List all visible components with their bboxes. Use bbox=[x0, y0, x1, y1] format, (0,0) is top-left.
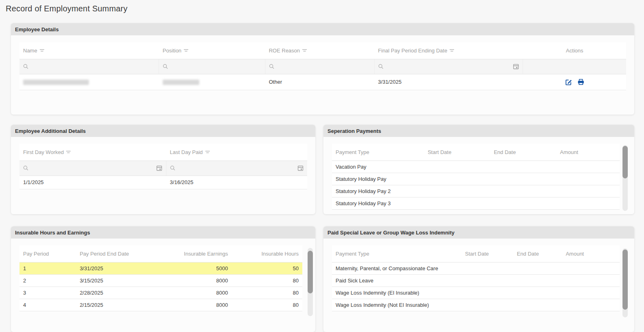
column-header-first-day-worked[interactable]: First Day Worked bbox=[19, 144, 166, 161]
last-day-paid-filter-input[interactable] bbox=[166, 161, 307, 176]
search-icon bbox=[269, 64, 275, 69]
filter-icon[interactable] bbox=[40, 48, 44, 53]
insurable-hours-panel: Insurable Hours and Earnings Pay Period … bbox=[11, 226, 315, 332]
actions-filter-cell bbox=[523, 59, 626, 74]
column-header-insurable-hours: Insurable Hours bbox=[232, 245, 302, 262]
roe-reason-cell: Other bbox=[265, 74, 374, 90]
column-header-pay-period: Pay Period bbox=[19, 245, 76, 262]
search-icon bbox=[170, 165, 176, 171]
column-header-end-date: End Date bbox=[513, 245, 562, 262]
employee-additional-details-title: Employee Additional Details bbox=[11, 125, 315, 137]
employee-additional-details-row[interactable]: 1/1/2025 3/16/2025 bbox=[19, 176, 307, 189]
employee-name-cell bbox=[19, 74, 159, 90]
employee-position-cell bbox=[159, 74, 265, 90]
separation-payments-title: Seperation Payments bbox=[323, 125, 634, 137]
separation-payments-table: Payment Type Start Date End Date Amount … bbox=[332, 144, 620, 210]
column-header-roe-reason[interactable]: ROE Reason bbox=[265, 42, 374, 59]
filter-icon[interactable] bbox=[184, 48, 188, 53]
employee-details-panel-title: Employee Details bbox=[11, 23, 634, 35]
paid-special-leave-title: Paid Special Leave or Group Wage Loss In… bbox=[323, 226, 634, 239]
name-filter-input[interactable] bbox=[19, 59, 159, 74]
scrollbar-thumb[interactable] bbox=[308, 251, 313, 293]
column-header-payment-type: Payment Type bbox=[332, 144, 424, 161]
scrollbar-thumb[interactable] bbox=[622, 250, 628, 310]
first-day-worked-filter-input[interactable] bbox=[19, 161, 166, 176]
roe-reason-filter-input[interactable] bbox=[265, 59, 374, 74]
column-header-name[interactable]: Name bbox=[19, 42, 159, 59]
column-header-insurable-earnings: Insurable Earnings bbox=[155, 245, 232, 262]
paid-special-leave-table: Payment Type Start Date End Date Amount … bbox=[332, 245, 620, 311]
vertical-scrollbar[interactable] bbox=[308, 248, 313, 316]
calendar-icon[interactable] bbox=[297, 165, 304, 171]
filter-icon[interactable] bbox=[66, 150, 71, 154]
final-pay-period-filter-input[interactable] bbox=[375, 59, 523, 74]
last-day-paid-cell: 3/16/2025 bbox=[166, 176, 307, 189]
employee-details-panel: Employee Details Name bbox=[11, 23, 634, 115]
column-header-amount: Amount bbox=[556, 144, 620, 161]
search-icon bbox=[378, 64, 384, 69]
insurable-hours-row-selected[interactable]: 1 3/31/2025 5000 50 bbox=[19, 262, 302, 274]
first-day-worked-cell: 1/1/2025 bbox=[19, 176, 166, 189]
column-header-pay-period-end-date: Pay Period End Date bbox=[76, 245, 155, 262]
paid-special-leave-row[interactable]: Maternity, Parental, or Compassionate Ca… bbox=[332, 262, 620, 274]
page-title: Record of Employment Summary bbox=[6, 4, 634, 13]
employee-details-row[interactable]: Other 3/31/2025 bbox=[19, 74, 626, 90]
calendar-icon[interactable] bbox=[513, 63, 519, 69]
redacted-position bbox=[163, 80, 199, 85]
insurable-hours-title: Insurable Hours and Earnings bbox=[11, 226, 315, 239]
column-header-actions: Actions bbox=[523, 42, 626, 59]
search-icon bbox=[23, 165, 29, 171]
employee-additional-details-panel: Employee Additional Details First Day Wo… bbox=[11, 125, 315, 214]
separation-payments-panel: Seperation Payments Payment Type Start D… bbox=[323, 125, 634, 214]
column-header-start-date: Start Date bbox=[424, 144, 490, 161]
separation-payment-row[interactable]: Vacation Pay bbox=[332, 161, 620, 173]
column-header-amount: Amount bbox=[562, 245, 620, 262]
insurable-hours-row[interactable]: 4 2/15/2025 8000 80 bbox=[19, 299, 302, 311]
insurable-hours-row[interactable]: 3 2/28/2025 8000 80 bbox=[19, 286, 302, 299]
filter-icon[interactable] bbox=[450, 48, 454, 53]
paid-special-leave-row[interactable]: Wage Loss Indemnity (EI Insurable) bbox=[332, 286, 620, 299]
separation-payment-row[interactable]: Statutory Holiday Pay bbox=[332, 173, 620, 185]
vertical-scrollbar[interactable] bbox=[622, 145, 628, 211]
filter-icon[interactable] bbox=[205, 150, 210, 154]
filter-icon[interactable] bbox=[302, 48, 307, 53]
paid-special-leave-panel: Paid Special Leave or Group Wage Loss In… bbox=[323, 226, 634, 332]
column-header-final-pay-period[interactable]: Final Pay Period Ending Date bbox=[375, 42, 523, 59]
column-header-end-date: End Date bbox=[490, 144, 556, 161]
separation-payment-row[interactable]: Statutory Holiday Pay 2 bbox=[332, 185, 620, 197]
employee-additional-details-table: First Day Worked Last Day Paid bbox=[19, 144, 307, 189]
column-header-position[interactable]: Position bbox=[159, 42, 265, 59]
paid-special-leave-row[interactable]: Wage Loss Indemnity (Not EI Insurable) bbox=[332, 299, 620, 311]
column-header-payment-type: Payment Type bbox=[332, 245, 461, 262]
search-icon bbox=[23, 64, 29, 69]
redacted-name bbox=[23, 80, 89, 85]
employee-details-table: Name Position bbox=[19, 42, 626, 90]
calendar-icon[interactable] bbox=[156, 165, 162, 171]
insurable-hours-row[interactable]: 2 3/15/2025 8000 80 bbox=[19, 274, 302, 286]
vertical-scrollbar[interactable] bbox=[622, 248, 628, 317]
column-header-start-date: Start Date bbox=[461, 245, 513, 262]
column-header-last-day-paid[interactable]: Last Day Paid bbox=[166, 144, 307, 161]
record-of-employment-page: Record of Employment Summary Employee De… bbox=[0, 0, 644, 332]
search-icon bbox=[163, 64, 168, 69]
final-pay-period-cell: 3/31/2025 bbox=[375, 74, 523, 90]
paid-special-leave-row[interactable]: Paid Sick Leave bbox=[332, 274, 620, 286]
print-icon[interactable] bbox=[577, 78, 584, 85]
separation-payment-row[interactable]: Statutory Holiday Pay 3 bbox=[332, 197, 620, 209]
edit-icon[interactable] bbox=[565, 78, 572, 85]
insurable-hours-table: Pay Period Pay Period End Date Insurable… bbox=[19, 245, 302, 311]
position-filter-input[interactable] bbox=[159, 59, 265, 74]
scrollbar-thumb[interactable] bbox=[622, 146, 628, 178]
